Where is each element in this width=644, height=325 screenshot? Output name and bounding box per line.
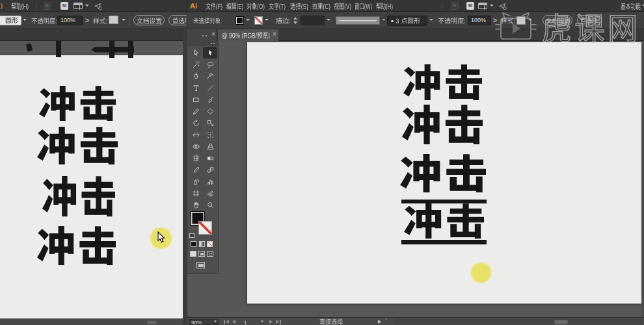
symbol-sprayer-tool[interactable] xyxy=(189,176,203,187)
artboard-tool[interactable] xyxy=(189,187,203,199)
left-control-bar: 100% > xyxy=(0,12,187,29)
arrange-documents-icon[interactable] xyxy=(74,3,83,9)
divider xyxy=(442,2,442,10)
line-segment-tool[interactable] xyxy=(203,82,217,94)
next-artboard-icon[interactable] xyxy=(269,320,273,324)
stroke-weight-stepper[interactable] xyxy=(293,17,298,24)
artwork-chongji-3[interactable] xyxy=(42,176,115,216)
magic-wand-tool[interactable] xyxy=(189,58,203,70)
chevron-down-icon[interactable] xyxy=(214,320,217,322)
tools-panel-header[interactable] xyxy=(187,41,218,46)
arrange-documents-icon[interactable] xyxy=(478,3,487,9)
adobe-bridge-icon[interactable]: Br xyxy=(44,2,51,10)
rotate-tool[interactable] xyxy=(189,117,203,129)
artwork-chongji-2[interactable] xyxy=(37,127,118,164)
curvature-tool[interactable] xyxy=(203,70,217,82)
eyedropper-tool[interactable] xyxy=(189,164,203,176)
type-tool-icon xyxy=(192,84,200,92)
tab-close-icon[interactable]: × xyxy=(211,29,215,40)
artwork-rule-bottom[interactable] xyxy=(401,240,487,244)
artwork-chongji-1[interactable] xyxy=(39,86,116,121)
first-artboard-icon[interactable] xyxy=(224,320,225,324)
paintbrush-tool[interactable] xyxy=(203,94,217,105)
none-mode-button[interactable] xyxy=(207,241,213,247)
artwork-chongji-3[interactable] xyxy=(400,154,486,192)
screen-mode-button[interactable] xyxy=(196,262,205,268)
right-canvas[interactable] xyxy=(187,41,644,317)
document-tab[interactable]: × xyxy=(187,29,217,41)
share-icon[interactable] xyxy=(498,2,507,10)
scale-tool[interactable] xyxy=(203,117,217,129)
swap-fill-stroke-icon[interactable] xyxy=(189,233,195,238)
fill-color-swatch[interactable] xyxy=(235,16,244,25)
stroke-weight-input[interactable] xyxy=(301,16,325,25)
slice-tool[interactable] xyxy=(203,187,217,199)
shape-builder-tool[interactable] xyxy=(189,140,203,152)
gradient-tool[interactable] xyxy=(203,152,217,164)
blend-tool[interactable] xyxy=(203,164,217,176)
left-canvas[interactable] xyxy=(0,41,183,318)
tab-close-icon[interactable]: × xyxy=(273,29,276,40)
chevron-down-icon[interactable] xyxy=(490,5,494,6)
zoom-tool[interactable] xyxy=(203,199,217,211)
artwork-rule-top[interactable] xyxy=(401,200,487,203)
stroke-color-swatch[interactable] xyxy=(254,16,263,25)
chevron-down-icon[interactable] xyxy=(429,19,433,21)
adobe-stock-icon[interactable]: St xyxy=(60,2,68,10)
free-transform-tool[interactable] xyxy=(203,129,217,140)
artwork-chongji-4[interactable] xyxy=(37,226,116,265)
chevron-down-icon[interactable] xyxy=(382,19,386,20)
lasso-tool[interactable] xyxy=(203,58,217,70)
draw-behind-button[interactable] xyxy=(198,251,205,257)
chevron-down-icon[interactable] xyxy=(246,19,250,21)
vertical-scrollbar[interactable] xyxy=(641,41,644,317)
draw-inside-button[interactable] xyxy=(207,251,213,257)
previous-artboard-icon[interactable] xyxy=(232,320,235,324)
horizontal-scrollbar-thumb[interactable] xyxy=(554,320,568,324)
stroke-color-control[interactable] xyxy=(198,221,212,235)
hand-tool[interactable] xyxy=(189,199,203,211)
draw-normal-button[interactable] xyxy=(190,251,196,257)
last-artboard-icon[interactable] xyxy=(276,320,279,324)
document-tab-active[interactable]: × xyxy=(218,29,278,41)
width-tool[interactable] xyxy=(189,129,203,140)
artwork-chongji-4[interactable] xyxy=(404,203,484,239)
adobe-stock-icon[interactable]: St xyxy=(466,2,474,10)
direct-selection-tool[interactable] xyxy=(203,47,217,58)
opacity-input[interactable]: 100% xyxy=(468,16,491,25)
horizontal-scrollbar[interactable] xyxy=(394,319,643,324)
chevron-down-icon[interactable] xyxy=(327,19,330,21)
adobe-bridge-icon[interactable]: Br xyxy=(451,2,459,10)
pencil-tool[interactable] xyxy=(189,105,203,117)
last-artboard-icon[interactable] xyxy=(280,320,281,324)
type-tool[interactable] xyxy=(189,82,203,94)
color-mode-button[interactable] xyxy=(191,241,196,247)
first-artboard-icon[interactable] xyxy=(226,320,229,324)
width-profile-dropdown[interactable] xyxy=(336,16,380,25)
share-icon[interactable] xyxy=(94,2,102,10)
pen-tool[interactable] xyxy=(189,70,203,82)
style-swatch[interactable] xyxy=(109,16,118,24)
artwork-chongji-2[interactable] xyxy=(402,105,483,144)
chevron-down-icon[interactable] xyxy=(23,19,27,21)
horizontal-scrollbar-thumb[interactable] xyxy=(147,321,157,325)
chevron-down-icon[interactable] xyxy=(122,19,126,21)
artwork-chongji-1[interactable] xyxy=(403,64,482,100)
status-menu-icon[interactable] xyxy=(378,320,381,324)
collapse-arrow-icon[interactable]: ‹ xyxy=(385,315,387,322)
expand-control[interactable]: > xyxy=(85,17,89,25)
shaper-tool[interactable] xyxy=(203,105,217,117)
illustrator-logo[interactable]: Ai xyxy=(190,0,197,12)
chevron-down-icon[interactable] xyxy=(261,320,264,322)
chevron-down-icon[interactable] xyxy=(85,5,89,6)
lasso-tool-icon xyxy=(206,60,215,69)
rectangle-tool[interactable] xyxy=(189,94,203,105)
watermark-logo xyxy=(494,12,537,44)
column-graph-tool[interactable] xyxy=(203,176,217,187)
selection-tool[interactable] xyxy=(189,47,203,58)
gradient-mode-button[interactable] xyxy=(199,241,205,247)
perspective-grid-tool[interactable] xyxy=(203,140,217,152)
chevron-down-icon[interactable] xyxy=(265,19,269,21)
opacity-input[interactable]: 100% xyxy=(57,16,83,25)
mesh-tool[interactable] xyxy=(189,152,203,164)
